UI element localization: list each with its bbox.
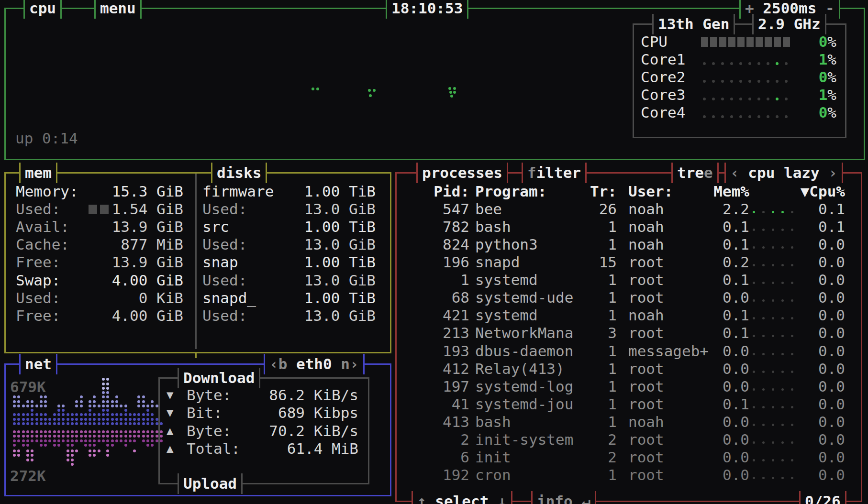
process-cpu-dot: [762, 211, 765, 213]
net-upload-dot: [111, 444, 114, 447]
process-cpu: 0.0: [775, 378, 845, 395]
cpu-graph-dot: [453, 87, 456, 90]
core-label: Core4: [641, 104, 685, 121]
process-program: systemd-log: [475, 378, 573, 395]
cpu-core-row: Core31%: [634, 86, 842, 104]
disk-stat-label: Used:: [202, 236, 247, 253]
down-arrow-icon[interactable]: ↓: [498, 493, 507, 504]
net-download-dot: [129, 418, 132, 421]
net-upload-dot: [67, 459, 69, 461]
net-device-name: eth0: [296, 355, 332, 373]
process-cpu-dot: [772, 371, 774, 373]
process-row[interactable]: 213NetworkMana3root0.10.0: [397, 324, 858, 342]
header-user[interactable]: User:: [628, 183, 673, 200]
net-upload-dot: [40, 430, 43, 433]
net-upload-dot: [31, 430, 33, 433]
net-download-dot: [62, 405, 65, 407]
process-cpu-dot: [762, 406, 765, 408]
processes-panel-title: processes: [416, 163, 508, 183]
net-upload-dot: [89, 444, 91, 447]
process-user: root: [628, 449, 664, 466]
net-download-dot: [80, 400, 83, 403]
mem-stat-label: Cache:: [16, 236, 69, 253]
net-download-dot: [93, 418, 96, 421]
meter-dot: [757, 80, 760, 83]
menu-button[interactable]: menu: [94, 0, 142, 19]
process-row[interactable]: 41systemd-jou1root0.10.0: [397, 395, 858, 413]
header-cpu-sort[interactable]: ▼Cpu%: [775, 183, 845, 200]
process-cpu-dot: [762, 441, 765, 444]
net-upload-dot: [102, 430, 105, 433]
net-download-dot: [106, 395, 109, 398]
net-download-dot: [75, 405, 78, 407]
net-upload-dot: [115, 430, 118, 433]
net-download-dot: [57, 409, 60, 412]
core-percent-value: 0: [819, 33, 828, 50]
net-prev-device-button[interactable]: ‹b: [269, 355, 287, 373]
net-next-device-button[interactable]: n›: [341, 355, 358, 373]
meter-block: [737, 37, 745, 47]
net-upload-dot: [26, 449, 29, 452]
tree-button[interactable]: tree: [671, 163, 719, 183]
process-row[interactable]: 547bee26noah2.20.1: [397, 200, 858, 218]
process-row[interactable]: 824python31noah0.10.0: [397, 236, 858, 253]
mem-panel-title: mem: [19, 163, 57, 183]
header-pid[interactable]: Pid:: [397, 183, 469, 200]
mem-stat-row: Avail:13.9 GiB: [16, 218, 183, 236]
net-upload-dot: [124, 439, 127, 442]
cpu-graph-dot: [368, 89, 371, 92]
net-download-dot: [13, 422, 16, 425]
net-upload-dot: [57, 435, 60, 438]
percent-sign: %: [827, 68, 836, 86]
process-user: root: [628, 466, 664, 484]
net-upload-dot: [40, 439, 43, 442]
net-download-dot: [111, 418, 114, 421]
process-cpu-dot: [753, 441, 755, 444]
process-row[interactable]: 192cron1root0.00.0: [397, 466, 858, 484]
cpu-graph-dot: [450, 95, 453, 98]
up-arrow-icon[interactable]: ↑: [417, 493, 426, 504]
net-download-dot: [115, 395, 118, 398]
mem-stat-row: Swap:4.00 GiB: [16, 272, 183, 289]
process-row[interactable]: 2init-system2root0.00.0: [397, 431, 858, 449]
filter-button[interactable]: filter: [522, 163, 587, 183]
process-row[interactable]: 6init2root0.00.0: [397, 449, 858, 466]
process-row[interactable]: 421systemd1noah0.10.0: [397, 307, 858, 324]
sort-prev-button[interactable]: ‹: [730, 164, 739, 181]
process-row[interactable]: 197systemd-log1root0.00.0: [397, 378, 858, 395]
process-threads: 1: [559, 395, 617, 413]
meter-dot: [767, 98, 769, 100]
mem-stat-value: 13.9 GiB: [88, 253, 183, 271]
net-download-dot: [93, 405, 96, 407]
process-row[interactable]: 193dbus-daemon1messageb+0.00.0: [397, 342, 858, 360]
header-threads[interactable]: Tr:: [559, 183, 617, 200]
process-row[interactable]: 413bash1noah0.00.0: [397, 413, 858, 431]
header-mem[interactable]: Mem%: [684, 183, 749, 200]
net-download-dot: [40, 405, 43, 407]
process-row[interactable]: 68systemd-ude1root0.00.0: [397, 289, 858, 307]
net-download-dot: [57, 413, 60, 416]
net-download-dot: [98, 405, 100, 407]
process-cpu: 0.0: [775, 431, 845, 449]
process-cpu-dot: [772, 211, 774, 213]
core-label: CPU: [641, 33, 668, 51]
disk-stat-value: 13.0 GiB: [280, 236, 376, 253]
select-control[interactable]: ↑ select ↓: [412, 491, 512, 504]
process-user: noah: [628, 307, 664, 324]
process-row[interactable]: 196snapd15root0.20.0: [397, 253, 858, 271]
info-button[interactable]: info ↵: [531, 491, 596, 504]
process-row[interactable]: 1systemd1root0.10.0: [397, 271, 858, 289]
net-download-dot: [146, 405, 149, 407]
process-program: systemd-ude: [475, 289, 573, 307]
process-program: bash: [475, 413, 511, 431]
interval-decrease-button[interactable]: -: [825, 0, 835, 17]
mem-stat-row: Free:13.9 GiB: [16, 253, 183, 271]
process-program: snapd: [475, 253, 520, 271]
net-download-dot: [71, 422, 74, 425]
net-download-dot: [31, 413, 33, 416]
process-row[interactable]: 412Relay(413)1root0.00.0: [397, 360, 858, 378]
header-program[interactable]: Program:: [475, 183, 546, 200]
sort-next-button[interactable]: ›: [828, 164, 837, 181]
process-row[interactable]: 782bash1noah0.10.1: [397, 218, 858, 236]
cpu-stats-panel: 13th Gen 2.9 GHz CPU0%Core11%Core20%Core…: [633, 23, 846, 138]
